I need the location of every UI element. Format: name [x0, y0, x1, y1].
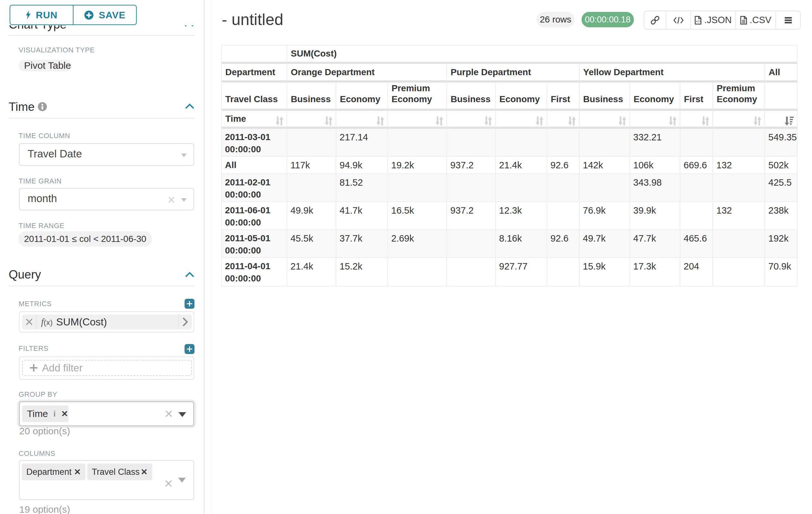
svg-text:</>: </> [696, 19, 701, 23]
